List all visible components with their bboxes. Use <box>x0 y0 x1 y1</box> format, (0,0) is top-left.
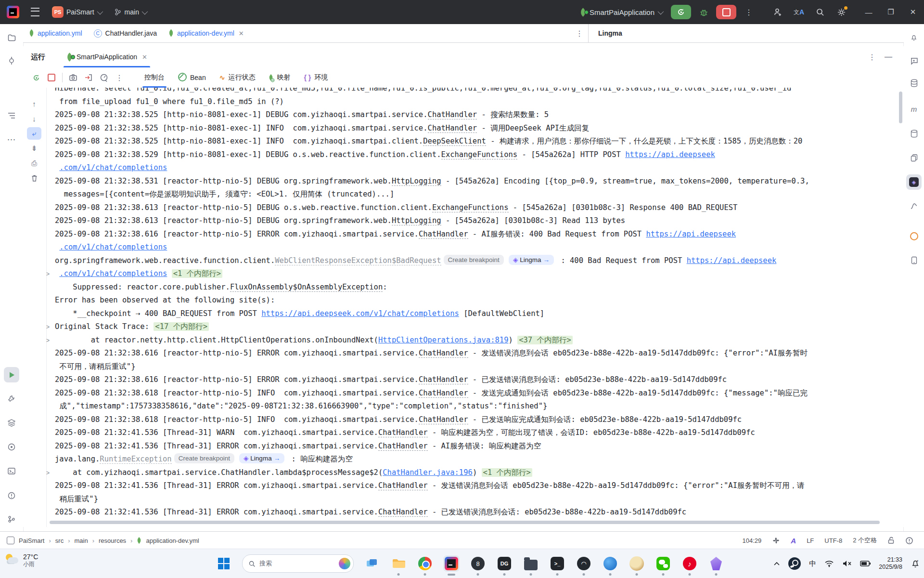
volume-muted-icon[interactable] <box>842 560 852 567</box>
restore-button[interactable]: ❐ <box>880 0 902 24</box>
horizontal-scrollbar[interactable] <box>50 521 880 524</box>
print-icon[interactable]: ⎙ <box>27 157 41 170</box>
class-reference-link[interactable]: ChatHandler <box>378 481 428 490</box>
debug-button[interactable] <box>693 5 714 19</box>
soft-wrap-icon[interactable]: ⤶ <box>27 127 41 140</box>
class-reference-link[interactable]: ChatHandler <box>419 349 468 358</box>
hide-tool-window-icon[interactable]: — <box>885 53 892 61</box>
weather-widget[interactable]: 27°C 小雨 <box>5 553 38 567</box>
database-tool-icon[interactable] <box>906 75 922 91</box>
project-tool-icon[interactable] <box>4 30 19 45</box>
tray-overflow-chevron-icon[interactable] <box>773 561 780 566</box>
code-with-me-button[interactable] <box>767 5 788 19</box>
wifi-icon[interactable] <box>824 560 834 567</box>
device-manager-tool-icon[interactable] <box>906 252 922 268</box>
chrome-icon[interactable] <box>417 555 433 572</box>
terminal-tool-icon[interactable] <box>4 463 19 479</box>
notifications-bell-icon[interactable] <box>906 30 922 45</box>
class-reference-link[interactable]: ExchangeFunctions <box>441 150 518 159</box>
create-breakpoint-chip[interactable]: Create breakpoint <box>174 453 234 463</box>
class-reference-link[interactable]: ChatHandler <box>419 375 468 384</box>
class-reference-link[interactable]: ChatHandler <box>419 415 468 424</box>
lingma-explain-chip[interactable]: ◈Lingma→ <box>239 453 284 463</box>
commit-tool-icon[interactable] <box>4 53 19 68</box>
encoding-indicator[interactable]: UTF-8 <box>824 537 842 544</box>
folded-lines-hint[interactable]: <1 个内部行> <box>482 468 532 477</box>
notifications-status-icon[interactable] <box>905 537 913 545</box>
structure-tool-icon[interactable] <box>4 108 19 123</box>
run-tab[interactable]: SmartPaiApplication ✕ <box>64 46 150 67</box>
close-button[interactable]: ✕ <box>902 0 924 24</box>
indent-indicator[interactable]: 2 个空格 <box>853 536 877 545</box>
breadcrumb-item[interactable]: resources <box>99 537 126 544</box>
class-reference-link[interactable]: HttpLogging <box>392 177 441 186</box>
console-view-tab-环境[interactable]: { }环境 <box>297 67 334 88</box>
stop-button[interactable] <box>716 5 736 19</box>
ai-assistant-icon[interactable]: A <box>791 537 796 545</box>
intellij-idea-icon[interactable] <box>443 555 460 572</box>
datagrip-icon[interactable]: DG <box>496 555 513 572</box>
breadcrumb-item[interactable]: PaiSmart <box>19 537 44 544</box>
project-widget[interactable]: PS PaiSmart <box>39 6 102 18</box>
up-stack-frame-icon[interactable]: ↑ <box>27 97 41 110</box>
taskbar-clock[interactable]: 21:33 2025/9/8 <box>879 556 902 571</box>
unlocked-icon[interactable] <box>887 537 895 544</box>
console-hyperlink[interactable]: ChatHandler.java:196 <box>383 468 473 477</box>
class-reference-link[interactable]: HttpLogging <box>392 216 441 225</box>
hidden-tabs-menu-icon[interactable]: ⋮ <box>571 29 588 38</box>
class-reference-link[interactable]: ChatHandler <box>419 389 468 398</box>
console-hyperlink[interactable]: https://api.deepseek <box>687 256 777 265</box>
close-icon[interactable]: ✕ <box>239 30 244 37</box>
caret-position[interactable]: 104:29 <box>743 537 762 544</box>
clear-all-icon[interactable] <box>27 172 41 184</box>
folded-lines-hint[interactable]: <37 个内部行> <box>517 336 573 344</box>
class-reference-link[interactable]: ChatHandler <box>378 442 428 451</box>
version-control-tool-icon[interactable] <box>4 512 19 527</box>
editor-tab[interactable]: application.yml <box>23 24 88 42</box>
editor-tab[interactable]: application-dev.yml✕ <box>163 24 250 42</box>
tool-window-options-icon[interactable]: ⋮ <box>868 53 876 62</box>
expand-stack-lines-icon[interactable]: > <box>46 467 55 480</box>
console-view-tab-控制台[interactable]: 控制台 <box>138 67 171 88</box>
class-reference-link[interactable]: ChatHandler <box>419 230 468 239</box>
stop-icon[interactable] <box>44 71 59 84</box>
breadcrumb-item[interactable]: main <box>75 537 88 544</box>
dark-folder-app-icon[interactable] <box>523 555 539 572</box>
app-dark-circle-icon[interactable]: 8 <box>470 555 486 572</box>
editor-tab[interactable]: CChatHandler.java <box>88 24 163 42</box>
console-hyperlink[interactable]: HttpClientOperations.java:819 <box>378 336 509 344</box>
class-reference-link[interactable]: ChatHandler <box>428 124 477 133</box>
documentation-tool-icon[interactable] <box>906 150 922 166</box>
github-desktop-icon[interactable]: ◠ <box>576 555 592 572</box>
breadcrumb-item[interactable]: src <box>55 537 64 544</box>
vertical-scrollbar[interactable] <box>899 92 902 123</box>
run-tool-icon[interactable] <box>4 367 19 382</box>
lingma-tool-icon[interactable]: ◈ <box>906 174 922 190</box>
rerun-button[interactable] <box>671 5 691 19</box>
more-toolbar-actions-icon[interactable]: ⋮ <box>112 71 127 84</box>
problems-tool-icon[interactable] <box>4 439 19 455</box>
screenshot-icon[interactable] <box>66 71 80 84</box>
class-reference-link[interactable]: ExchangeFunctions <box>432 203 509 212</box>
start-button[interactable] <box>216 555 232 572</box>
console-hyperlink[interactable]: .com/v1/chat/completions <box>59 269 167 278</box>
taskbar-search-box[interactable]: 搜索 <box>242 554 354 573</box>
console-hyperlink[interactable]: https://api.deepseek <box>625 150 715 159</box>
more-tool-windows-icon[interactable]: ⋯ <box>4 132 19 147</box>
create-breakpoint-chip[interactable]: Create breakpoint <box>444 255 504 265</box>
line-ending-indicator[interactable]: LF <box>807 537 814 544</box>
notification-bell-icon[interactable]: z <box>911 559 920 568</box>
more-run-actions-button[interactable]: ⋮ <box>738 5 759 19</box>
expand-stack-lines-icon[interactable]: > <box>46 268 55 281</box>
console-view-tab-运行状态[interactable]: ∿运行状态 <box>213 67 262 88</box>
class-reference-link[interactable]: ChatHandler <box>378 508 428 517</box>
task-view-button[interactable] <box>364 555 380 572</box>
vcs-branch-widget[interactable]: main <box>114 8 146 16</box>
console-log[interactable]: Hibernate: select fu1_0.id,fu1_0.created… <box>46 88 904 527</box>
settings-button[interactable] <box>831 5 852 19</box>
main-menu-icon[interactable] <box>31 8 39 16</box>
class-reference-link[interactable]: FluxOnAssembly$OnAssemblyException <box>230 283 383 292</box>
genshin-launcher-icon[interactable] <box>629 555 645 572</box>
expand-stack-lines-icon[interactable]: > <box>46 321 55 334</box>
battery-icon[interactable] <box>860 560 871 567</box>
